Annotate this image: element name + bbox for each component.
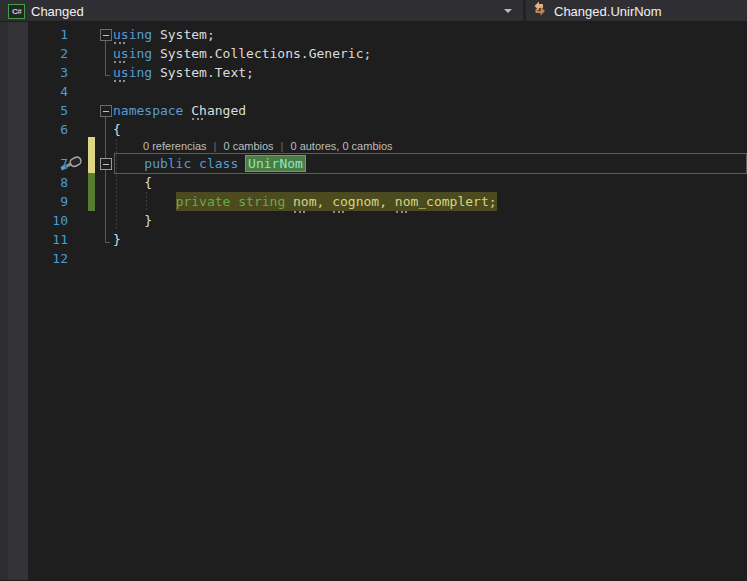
code-text: private string nom, cognom, nom_complert… (113, 192, 497, 211)
member-dropdown[interactable]: Changed.UnirNom (526, 0, 747, 22)
code-line[interactable]: 3using System.Text; (0, 63, 747, 82)
codelens-separator: | (214, 140, 217, 152)
code-line[interactable]: 5namespace Changed (0, 101, 747, 120)
member-dropdown-label: Changed.UnirNom (554, 4, 662, 19)
quick-actions-screwdriver-icon[interactable] (59, 154, 85, 177)
project-dropdown-label: Changed (31, 4, 84, 19)
code-line[interactable]: 11} (0, 230, 747, 249)
code-text: { (113, 173, 152, 192)
code-line[interactable]: 8 { (0, 173, 747, 192)
code-text: } (113, 211, 152, 230)
line-number: 5 (28, 101, 68, 120)
code-text: { (113, 120, 121, 139)
code-text: using System.Text; (113, 63, 254, 82)
window: C# Changed Changed.UnirNom 1using Syste (0, 0, 747, 581)
code-text: using System.Collections.Generic; (113, 44, 371, 63)
line-number: 12 (28, 249, 68, 268)
codelens-segment[interactable]: 0 autores, 0 cambios (290, 140, 392, 152)
line-number: 9 (28, 192, 68, 211)
csharp-file-icon: C# (8, 4, 25, 19)
code-line[interactable]: 10 } (0, 211, 747, 230)
chevron-down-icon[interactable] (504, 9, 512, 13)
code-line[interactable]: 1using System; (0, 25, 747, 44)
project-dropdown[interactable]: C# Changed (0, 0, 523, 22)
code-text: } (113, 230, 121, 249)
line-number: 6 (28, 120, 68, 139)
line-number: 1 (28, 25, 68, 44)
line-number: 11 (28, 230, 68, 249)
fold-toggle-icon[interactable] (100, 105, 112, 117)
code-line[interactable]: 2using System.Collections.Generic; (0, 44, 747, 63)
codelens-segment[interactable]: 0 referencias (143, 140, 207, 152)
line-number: 3 (28, 63, 68, 82)
fold-toggle-icon[interactable] (100, 158, 112, 170)
code-line[interactable]: 4 (0, 82, 747, 101)
fold-toggle-icon[interactable] (100, 29, 112, 41)
line-number: 10 (28, 211, 68, 230)
code-text: using System; (113, 25, 215, 44)
codelens-segment[interactable]: 0 cambios (223, 140, 273, 152)
class-icon (531, 1, 548, 21)
current-line-highlight (114, 153, 747, 174)
code-rows: 1using System;2using System.Collections.… (0, 22, 747, 580)
navigation-bar: C# Changed Changed.UnirNom (0, 0, 747, 22)
code-line[interactable]: 9 private string nom, cognom, nom_comple… (0, 192, 747, 211)
code-line[interactable]: 6{ (0, 120, 747, 139)
codelens-separator: | (281, 140, 284, 152)
code-line[interactable]: 12 (0, 249, 747, 268)
line-number: 2 (28, 44, 68, 63)
codelens-row: 0 referencias|0 cambios|0 autores, 0 cam… (0, 139, 747, 154)
code-editor: 1using System;2using System.Collections.… (0, 22, 747, 580)
code-text: namespace Changed (113, 101, 246, 120)
line-number: 4 (28, 82, 68, 101)
